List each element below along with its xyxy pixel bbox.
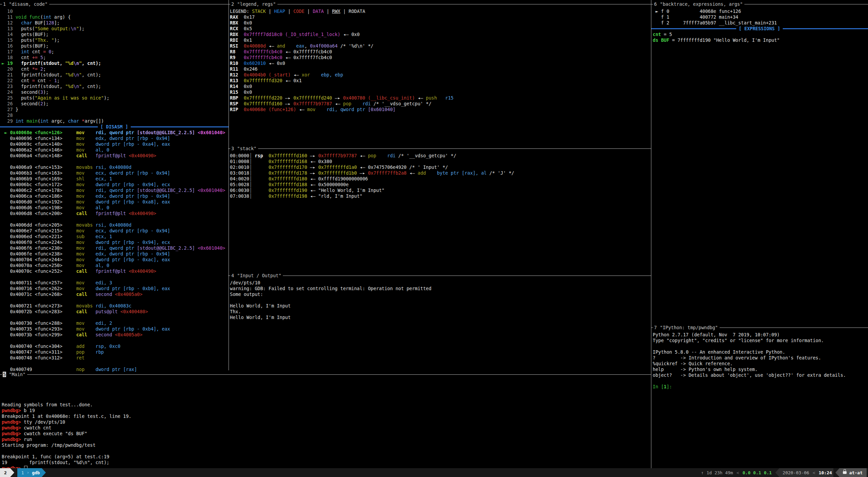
window-name: gdb: [32, 470, 40, 475]
divider-label: [ EXPRESSIONS ]: [736, 26, 783, 32]
prompt-line[interactable]: pwndbg> b 19: [2, 408, 651, 413]
terminal-line: 0x4006f0 <func+224> mov dword ptr [rbp -…: [2, 240, 229, 245]
terminal-line: 0x4006f6 <func+230> mov rdi, qword ptr […: [2, 245, 229, 251]
terminal-line: 0x400696 <func+134> mov edx, dword ptr […: [2, 136, 229, 141]
pane-number: 5: [3, 372, 6, 377]
terminal-line: 15 puts("Thx. ");: [2, 37, 229, 43]
terminal-line: 0x4006d8 <func+200> call fprintf@plt <0x…: [2, 211, 229, 216]
pane-border-vertical-left[interactable]: [229, 0, 229, 370]
terminal-line: 07:0038│ 0x7fffffffd198 ◂— "rld, I'm Inp…: [230, 193, 651, 199]
terminal-line: 19 fprintf(stdout, "%d\n", cnt);: [2, 460, 651, 465]
hostname-text: at-at: [849, 470, 863, 475]
terminal-line: f 1 400772 main+34: [653, 14, 868, 20]
terminal-line: 16 puts(BUF);: [2, 43, 229, 49]
pane-border-vertical-right[interactable]: [651, 0, 651, 468]
terminal-line: /dev/pts/10: [230, 280, 651, 286]
terminal-line: 12 char BUF[128];: [2, 20, 229, 26]
tmux-status-bar: 2 1 › gdb ↑ 1d 23h 49m < 0.0 0.1 0.1 202…: [0, 468, 868, 477]
terminal-line: RDX 0x7ffff7dd18c0 (_IO_stdfile_1_lock) …: [230, 32, 651, 37]
terminal-line: 26 second(2);: [2, 101, 229, 107]
terminal-line: ► 19 fprintf(stdout, "%d\n", cnt);: [2, 60, 229, 66]
terminal-line: warning: GDB: Failed to set controlling …: [230, 286, 651, 292]
terminal-line: Some output:: [230, 292, 651, 297]
terminal-line: Type "copyright", "credits" or "license"…: [653, 338, 868, 343]
separator-chevron-icon: <: [813, 470, 815, 475]
terminal-line: object? -> Details about 'object', use '…: [653, 372, 868, 378]
terminal-line: R10 0x602010 ◂— 0x0: [230, 60, 651, 66]
terminal-line: 22 cnt = cnt - 1;: [2, 78, 229, 84]
terminal-line: 0x4006e7 <func+215> mov ecx, dword ptr […: [2, 228, 229, 234]
pane-ipython[interactable]: 7 "IPython: tmp/pwndbg"Python 2.7.17 (de…: [651, 323, 868, 468]
terminal-line: R8 0x7ffff7fcb4c0 ◂— 0x7ffff7fcb4c0: [230, 49, 651, 55]
terminal-line: 0x40073b <func+299> call second <0x4005a…: [2, 332, 229, 338]
pane-border-top: [228, 4, 651, 4]
terminal-line: 10: [2, 8, 229, 14]
pane-border-top: [228, 148, 651, 149]
section-divider: [ DISASM ]: [0, 124, 229, 130]
pane-border-top: [0, 374, 651, 375]
pane-title-input-output: 4 "Input / Output": [230, 273, 283, 279]
pane-input-output[interactable]: 4 "Input / Output"/dev/pts/10warning: GD…: [228, 271, 651, 370]
pane-number: 4: [231, 273, 234, 278]
terminal-line: ► f 0 40068e func+126: [653, 8, 868, 14]
date-text: 2020-03-06: [783, 470, 809, 475]
terminal-line: %quickref -> Quick reference.: [653, 361, 868, 367]
prompt-line[interactable]: In [1]:: [653, 384, 868, 390]
session-badge[interactable]: 2: [0, 468, 10, 477]
prompt-line[interactable]: pwndbg> cwatch execute "ds BUF": [2, 431, 651, 437]
pane-disasm-code[interactable]: 1 "disasm, code" 10 11 void func(int arg…: [0, 0, 229, 370]
status-left: 2 1 › gdb: [0, 468, 46, 477]
pane-title-text: "Input / Output": [234, 273, 281, 278]
terminal-line: 0x400721 <func+273> movabs rdi, 0x40083c: [2, 303, 229, 309]
terminal-line: 0x400748 <func+312> ret: [2, 355, 229, 361]
pane-title-text: "disasm, code": [6, 1, 48, 7]
terminal-line: 14 gets(BUF);: [2, 32, 229, 37]
terminal-line: Python 2.7.17 (default, Nov 7 2019, 10:0…: [653, 332, 868, 338]
terminal-line: 0x4006ed <func+221> sub ecx, 1: [2, 234, 229, 240]
terminal-line: RBX 0x0: [230, 20, 651, 26]
pane-legend-regs[interactable]: 2 "legend, regs"LEGEND: STACK | HEAP | C…: [228, 0, 651, 144]
terminal-line: 18 cnt += 5;: [2, 55, 229, 60]
terminal-line: 0x4006b9 <func+169> shl ecx, 1: [2, 176, 229, 182]
terminal-line: 0x400704 <func+244> mov dword ptr [rbp -…: [2, 257, 229, 263]
pane-stack[interactable]: 3 "stack"00:0000│ rsp 0x7fffffffd160 —▸ …: [228, 144, 651, 271]
terminal-line: 03:0018│ 0x7fffffffd178 —▸ 0x7fffffffd1b…: [230, 170, 651, 176]
terminal-line: 0x400747 <func+311> pop rbp: [2, 349, 229, 355]
terminal-line: 01:0008│ 0x7fffffffd168 ◂— 0x380: [230, 159, 651, 164]
load-average-text: 0.0 0.1 0.1: [743, 470, 772, 475]
terminal-line: 0x40070c <func+252> call fprintf@plt <0x…: [2, 268, 229, 274]
terminal-line: R14 0x0: [230, 84, 651, 89]
pane-title-ipython: 7 "IPython: tmp/pwndbg": [653, 325, 720, 331]
terminal-line: 0x4006b3 <func+163> mov ecx, dword ptr […: [2, 170, 229, 176]
terminal-line: RIP 0x40068e (func+126) ◂— mov rdi, qwor…: [230, 107, 651, 112]
pane-number: 7: [654, 325, 657, 330]
pane-title-legend-regs: 2 "legend, regs": [230, 1, 277, 7]
pane-backtrace-expressions-args[interactable]: 6 "backtrace, expressions, args" ► f 0 4…: [651, 0, 868, 323]
pane-title-text: "Main": [6, 372, 25, 377]
prompt-line[interactable]: pwndbg> cwatch cnt: [2, 425, 651, 431]
terminal-line: 11 void func(int arg) {: [2, 14, 229, 20]
prompt-line[interactable]: pwndbg> tty /dev/pts/10: [2, 419, 651, 425]
terminal-line: 0x40070a <func+250> mov al, 0: [2, 263, 229, 268]
window-tab-gdb[interactable]: 1 › gdb: [17, 468, 42, 477]
window-index: 1: [21, 470, 24, 475]
host-segment: at-at: [839, 468, 867, 477]
powerline-arrow-icon: [835, 468, 839, 477]
terminal-line: 0x4006fe <func+238> mov edx, dword ptr […: [2, 251, 229, 257]
powerline-arrow-icon: [775, 468, 779, 477]
tmux-screen: 1 "disasm, code" 10 11 void func(int arg…: [0, 0, 868, 477]
uptime-arrow-icon: ↑: [701, 470, 704, 475]
terminal-line: 0x4006a2 <func+146> mov al, 0: [2, 147, 229, 153]
terminal-line: RBP 0x7fffffffd220 —▸ 0x7fffffffd240 —▸ …: [230, 95, 651, 101]
uptime-text: 1d 23h 49m: [706, 470, 733, 475]
terminal-line: RSP 0x7fffffffd160 —▸ 0x7ffff7b97787 ◂— …: [230, 101, 651, 107]
pane-main-console[interactable]: 5 "Main"Reading symbols from test...done…: [0, 370, 651, 468]
pane-title-stack: 3 "stack": [230, 146, 258, 152]
prompt-line[interactable]: pwndbg> run: [2, 437, 651, 442]
terminal-line: 0x4006dd <func+205> movabs rsi, 0x40080d: [2, 222, 229, 228]
terminal-line: IPython 5.8.0 -- An enhanced Interactive…: [653, 349, 868, 355]
terminal-line: help -> Python's own help system.: [653, 367, 868, 372]
terminal-line: RAX 0x17: [230, 14, 651, 20]
terminal-line: 29 int main(int argc, char *argv[]): [2, 118, 229, 124]
pane-number: 1: [3, 1, 6, 7]
